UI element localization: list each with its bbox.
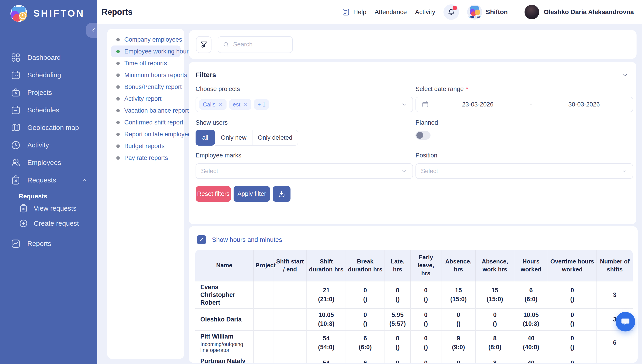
report-nav-employee-working-hours[interactable]: Employee working hours <box>111 46 181 57</box>
inactive-dot <box>116 97 120 100</box>
inactive-dot <box>116 62 120 65</box>
date-range-input[interactable]: 23-03-2026 - 30-03-2026 <box>415 97 633 112</box>
activity-link[interactable]: Activity <box>415 8 435 16</box>
show-users-segment-only-deleted[interactable]: Only deleted <box>252 130 298 146</box>
employee-marks-select[interactable]: Select <box>196 163 413 179</box>
chat-widget-button[interactable] <box>615 312 635 332</box>
sidebar-item-geolocation-map[interactable]: Geolocation map <box>0 119 97 136</box>
inactive-dot <box>116 121 120 124</box>
report-nav-budget-reports[interactable]: Budget reports <box>111 140 181 152</box>
page-title: Reports <box>102 7 133 17</box>
sidebar-item-label: Dashboard <box>27 54 61 62</box>
value-cell: 15 (15:0) <box>441 281 476 309</box>
brand-logo[interactable]: SHIFTON <box>0 0 97 22</box>
table-row: Pitt WilliamIncoming/outgoing line opera… <box>195 330 633 355</box>
sidebar-item-activity[interactable]: Activity <box>0 136 97 154</box>
requests-submenu-header: Requests <box>19 192 97 201</box>
value-cell: 6 <box>597 355 633 363</box>
inactive-dot <box>116 85 120 89</box>
report-nav-minimum-hours-reports[interactable]: Minimum hours reports <box>111 69 181 81</box>
search-icon <box>223 41 230 48</box>
employee-name: Oleshko Daria <box>200 316 251 323</box>
show-users-label: Show users <box>196 119 228 126</box>
date-from-value[interactable]: 23-03-2026 <box>429 101 526 108</box>
sidebar-subitem-view-requests[interactable]: View requests <box>19 201 97 216</box>
apply-filter-button[interactable]: Apply filter <box>234 186 270 202</box>
download-icon <box>277 190 286 198</box>
report-nav-report-on-late-employees[interactable]: Report on late employees <box>111 128 181 140</box>
value-cell <box>253 281 273 309</box>
projects-multiselect[interactable]: Callsest+ 1 <box>196 97 413 112</box>
report-nav-pay-rate-reports[interactable]: Pay rate reports <box>111 152 181 164</box>
show-hours-label: Show hours and minutes <box>212 236 282 244</box>
chevron-down-icon <box>401 101 407 108</box>
company-avatar: SHIFTON <box>467 4 482 20</box>
project-chip-label: Calls <box>203 101 216 108</box>
value-cell: 0 () <box>548 330 597 355</box>
column-header: Break duration hrs <box>346 250 385 281</box>
remove-chip-icon[interactable] <box>218 102 223 107</box>
schedule-icon <box>11 105 21 115</box>
active-dot <box>116 50 120 53</box>
sidebar-item-scheduling[interactable]: Scheduling <box>0 66 97 84</box>
sidebar-item-projects[interactable]: Projects <box>0 84 97 101</box>
show-users-segment-only-new[interactable]: Only new <box>215 130 252 146</box>
date-separator: - <box>526 101 535 108</box>
search-box <box>218 36 293 53</box>
sidebar-item-requests[interactable]: Requests <box>0 171 97 189</box>
show-hours-checkbox[interactable]: ✓ <box>197 235 206 244</box>
attendance-link[interactable]: Attendance <box>374 8 407 16</box>
report-nav-activity-report[interactable]: Activity report <box>111 93 181 105</box>
people-icon <box>11 158 21 168</box>
sidebar-item-reports[interactable]: Reports <box>0 235 97 252</box>
planned-toggle[interactable] <box>415 131 430 140</box>
sidebar-item-schedules[interactable]: Schedules <box>0 101 97 119</box>
search-input[interactable] <box>233 41 288 48</box>
employee-position: Incoming/outgoing line operator <box>200 341 251 353</box>
choose-projects-label: Choose projects <box>196 86 240 92</box>
position-select[interactable]: Select <box>415 163 633 179</box>
show-users-segment-all[interactable]: all <box>196 130 215 146</box>
value-cell: 0 () <box>548 355 597 363</box>
content-area: Company employeesEmployee working hoursT… <box>97 24 642 364</box>
filters-collapse-chevron-down-icon[interactable] <box>622 72 628 78</box>
user-menu[interactable]: Oleshko Daria Aleksandrovna <box>524 5 634 19</box>
report-nav-time-off-reports[interactable]: Time off reports <box>111 57 181 69</box>
value-cell: 0 () <box>385 330 410 355</box>
export-button[interactable] <box>273 186 291 202</box>
value-cell: 6 (6:0) <box>346 355 385 363</box>
column-header: Shift start / end <box>273 250 307 281</box>
sidebar-item-label: Scheduling <box>27 71 61 79</box>
report-nav-label: Minimum hours reports <box>124 72 187 79</box>
more-projects-chip[interactable]: + 1 <box>254 99 269 110</box>
company-switcher[interactable]: SHIFTON Shifton <box>467 4 508 20</box>
sidebar-item-label: Activity <box>27 141 49 149</box>
sidebar-item-dashboard[interactable]: Dashboard <box>0 49 97 66</box>
notifications-button[interactable] <box>443 4 459 20</box>
value-cell: 0 () <box>346 308 385 330</box>
report-nav-bonus-penalty-report[interactable]: Bonus/Penalty report <box>111 81 181 93</box>
report-nav-vacation-balance-report[interactable]: Vacation balance report <box>111 105 181 116</box>
table-row: Portman NatalyIncoming/outgoing line ope… <box>195 355 633 363</box>
report-nav-label: Activity report <box>124 95 162 102</box>
filter-funnel-button[interactable] <box>196 36 212 53</box>
topbar-right: Help Attendance Activity <box>341 4 634 20</box>
report-nav-company-employees[interactable]: Company employees <box>111 34 181 46</box>
value-cell: 3 <box>597 281 633 309</box>
column-header: Project <box>253 250 273 281</box>
sidebar-item-employees[interactable]: Employees <box>0 154 97 171</box>
report-table: NameProjectShift start / endShift durati… <box>195 250 633 363</box>
help-link[interactable]: Help <box>341 8 367 16</box>
reset-filters-button[interactable]: Reset filters <box>196 186 231 202</box>
report-nav-label: Budget reports <box>124 143 165 150</box>
remove-chip-icon[interactable] <box>243 102 248 107</box>
value-cell <box>273 281 307 309</box>
value-cell: 0 () <box>385 281 410 309</box>
report-nav-label: Report on late employees <box>124 131 194 138</box>
report-nav-label: Time off reports <box>124 60 167 67</box>
report-nav-confirmed-shift-report[interactable]: Confirmed shift report <box>111 116 181 128</box>
date-to-value[interactable]: 30-03-2026 <box>535 101 633 108</box>
value-cell: 0 () <box>346 281 385 309</box>
sidebar-subitem-create-request[interactable]: Create request <box>19 216 97 231</box>
value-cell: 8 (8:0) <box>476 330 514 355</box>
